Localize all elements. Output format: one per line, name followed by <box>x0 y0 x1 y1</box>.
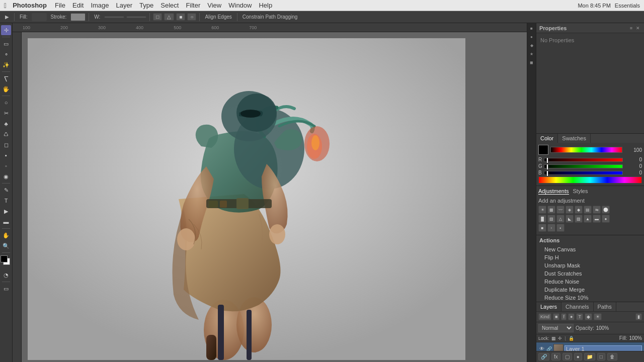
foreground-color-box[interactable] <box>1 255 8 262</box>
menu-select[interactable]: Select <box>160 2 179 9</box>
filter-icon-3[interactable]: ● <box>568 313 575 320</box>
apple-logo-icon[interactable]:  <box>4 2 7 10</box>
path-select-tool[interactable]: ▶ <box>1 206 11 216</box>
layer-link-layer1[interactable]: 🔗 <box>546 346 552 351</box>
vibrance-icon[interactable]: ◆ <box>575 206 583 214</box>
layer-item-layer1[interactable]: 👁 🔗 <box>536 342 644 351</box>
panel-icon-1[interactable]: ■ <box>529 25 534 32</box>
color-lookup-icon[interactable]: △ <box>556 215 565 223</box>
tab-adjustments[interactable]: Adjustments <box>538 188 569 195</box>
blur-tool[interactable]: ◦ <box>1 161 11 171</box>
fill-color-btn[interactable] <box>32 13 47 21</box>
hsl-icon[interactable]: ▤ <box>584 206 592 214</box>
layer-visibility-layer1[interactable]: 👁 <box>538 345 545 351</box>
filter-icon-4[interactable]: T <box>576 313 583 320</box>
constrain-path-label[interactable]: Constrain Path Dragging <box>240 14 300 20</box>
blend-mode-select[interactable]: Normal Dissolve Darken Multiply <box>538 324 574 332</box>
marquee-tool[interactable]: ▭ <box>1 39 11 49</box>
filter-icon-6[interactable]: ☀ <box>594 313 602 320</box>
clone-stamp-tool[interactable]: ♣ <box>1 119 11 129</box>
type-tool[interactable]: T <box>1 196 11 206</box>
quick-mask-btn[interactable]: ◔ <box>1 270 11 280</box>
add-mask-btn[interactable]: ▢ <box>562 353 572 360</box>
eraser-tool[interactable]: ◻ <box>1 140 11 150</box>
path-btn-4[interactable]: ○ <box>187 13 196 21</box>
fill-value[interactable]: 100% <box>629 335 642 341</box>
action-duplicate-merge[interactable]: Duplicate Merge <box>536 286 644 294</box>
move-tool[interactable]: ✢ <box>1 25 11 35</box>
layer-name-input-layer1[interactable] <box>565 345 642 351</box>
lasso-tool[interactable]: ⚬ <box>1 49 11 59</box>
filter-icon-5[interactable]: ◆ <box>585 313 592 320</box>
action-unsharp-mask[interactable]: Unsharp Mask <box>536 261 644 269</box>
kind-filter-btn[interactable]: Kind <box>538 313 551 320</box>
photo-filter-icon[interactable]: █ <box>538 215 546 223</box>
menu-filter[interactable]: Filter <box>186 2 200 9</box>
path-btn-1[interactable]: □ <box>153 13 162 21</box>
healing-brush-tool[interactable]: ○ <box>1 98 11 108</box>
adjustment-layer-btn[interactable]: ● <box>574 353 582 360</box>
delete-layer-btn[interactable]: 🗑 <box>607 353 617 360</box>
lock-artboard-icon[interactable]: ⎱ <box>564 336 567 341</box>
eyedropper-tool[interactable]: 🖐 <box>1 84 11 94</box>
lock-pixels-icon[interactable]: ▦ <box>551 336 556 341</box>
brightness-icon[interactable]: ☀ <box>538 206 546 214</box>
menu-type[interactable]: Type <box>139 2 153 9</box>
menu-help[interactable]: Help <box>259 2 272 9</box>
gradient-map-icon[interactable]: ▬ <box>593 215 601 223</box>
menu-view[interactable]: View <box>207 2 221 9</box>
height-input[interactable] <box>126 16 146 18</box>
history-brush-tool[interactable]: ♺ <box>1 129 11 139</box>
curves-icon[interactable]: 〰 <box>556 206 565 214</box>
color-spectrum-bar[interactable] <box>550 147 622 153</box>
action-new-canvas[interactable]: New Canvas <box>536 245 644 253</box>
bw-icon[interactable]: ⚪ <box>602 206 610 214</box>
menu-file[interactable]: File <box>55 2 65 9</box>
magic-wand-tool[interactable]: ✨ <box>1 60 11 70</box>
tab-swatches[interactable]: Swatches <box>558 134 591 143</box>
lock-all-icon[interactable]: 🔒 <box>569 336 574 341</box>
panel-icon-5[interactable]: ◼ <box>529 59 534 66</box>
new-layer-btn[interactable]: □ <box>597 353 605 360</box>
tab-layers[interactable]: Layers <box>536 302 561 311</box>
g-slider[interactable] <box>544 164 623 168</box>
menu-layer[interactable]: Layer <box>116 2 133 9</box>
width-input[interactable] <box>104 16 124 18</box>
stroke-color-btn[interactable] <box>70 13 86 21</box>
lock-move-icon[interactable]: ✢ <box>558 336 562 341</box>
properties-close-btn[interactable]: ✕ <box>635 26 641 31</box>
opacity-value[interactable]: 100% <box>596 325 611 331</box>
filter-toggle-btn[interactable]: ▮ <box>635 313 642 320</box>
essentials-label[interactable]: Essentials <box>615 3 640 9</box>
dodge-tool[interactable]: ◉ <box>1 171 11 182</box>
tab-styles[interactable]: Styles <box>573 188 588 195</box>
link-layers-btn[interactable]: 🔗 <box>538 353 549 360</box>
color-picker[interactable] <box>1 255 12 266</box>
exposure-icon[interactable]: ◈ <box>566 206 574 214</box>
tab-paths[interactable]: Paths <box>594 302 616 311</box>
posterize-icon[interactable]: ▨ <box>575 215 583 223</box>
panel-icon-4[interactable]: ★ <box>529 51 534 57</box>
action-reduce-noise[interactable]: Reduce Noise <box>536 278 644 286</box>
panel-icon-3[interactable]: ◆ <box>529 42 534 49</box>
channel-mixer-icon[interactable]: ▧ <box>547 215 555 223</box>
add-style-btn[interactable]: fx <box>551 353 560 360</box>
filter-icon-2[interactable]: f <box>561 313 567 320</box>
path-btn-3[interactable]: ■ <box>176 13 185 21</box>
menu-edit[interactable]: Edit <box>72 2 84 9</box>
tab-channels[interactable]: Channels <box>561 302 593 311</box>
zoom-tool[interactable]: 🔍 <box>1 241 11 251</box>
new-group-btn[interactable]: 📁 <box>584 353 595 360</box>
b-slider[interactable] <box>544 171 623 175</box>
shape-tool[interactable]: ▬ <box>1 217 11 227</box>
tab-color[interactable]: Color <box>536 134 558 143</box>
selective-color-icon[interactable]: ● <box>602 215 610 223</box>
action-dust-scratches[interactable]: Dust Scratches <box>536 269 644 278</box>
color-swatch-black[interactable] <box>538 145 548 155</box>
r-slider[interactable] <box>544 158 623 162</box>
app-name[interactable]: Photoshop <box>13 2 47 9</box>
menu-image[interactable]: Image <box>91 2 109 9</box>
action-flip-h[interactable]: Flip H <box>536 253 644 261</box>
canvas-document[interactable] <box>28 38 465 360</box>
gradient-fill-icon[interactable]: ▪ <box>556 224 565 232</box>
